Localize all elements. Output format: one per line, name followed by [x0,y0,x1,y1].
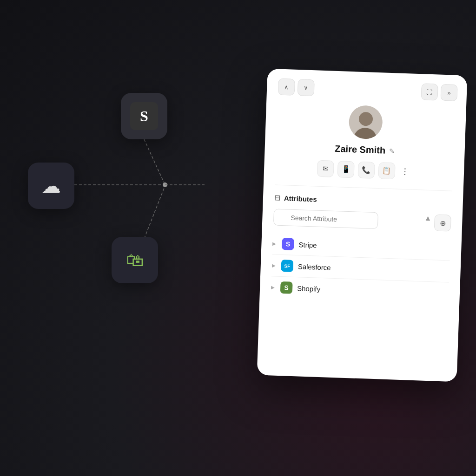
user-name: Zaire Smith [335,143,386,156]
action-buttons: ✉ 📱 📞 📋 ⋮ [317,160,411,180]
collapse-arrow-icon: ▲ [424,214,431,223]
search-row: 🔍 ▲ ⊕ [273,209,451,231]
search-wrapper: 🔍 ▲ [273,209,431,231]
shopify-label: Shopify [297,284,321,293]
add-attribute-button[interactable]: ⊕ [434,214,451,231]
stripe-letter: S [286,240,291,248]
phone-button[interactable]: 📞 [358,162,375,179]
email-icon: ✉ [322,164,329,173]
add-attribute-icon: ⊕ [439,218,446,227]
shopify-chevron-icon: ▶ [271,285,275,290]
avatar-body [353,127,377,139]
contact-card: ∧ ∨ ⛶ » Zaire Smith [257,69,468,382]
stripe-logo: S [282,238,294,250]
search-attribute-input[interactable] [273,209,378,229]
email-button[interactable]: ✉ [317,160,334,177]
integration-icons-area: S ☁ 🛍 [28,93,205,288]
device-button[interactable]: 📱 [337,161,355,178]
salesforce-logo: SF [281,260,293,272]
avatar [349,105,383,139]
card-top-actions: ⛶ » [421,83,457,101]
profile-section: Zaire Smith ✎ ✉ 📱 📞 📋 ⋮ [275,102,455,181]
integrations-list: ▶ S Stripe ▶ SF Salesforce ▶ S Shopify [271,233,450,304]
salesforce-chevron-icon: ▶ [272,263,276,268]
shopify-letter: S [284,284,289,291]
nav-up-button[interactable]: ∧ [278,78,295,96]
note-icon: 📋 [382,166,391,175]
shopify-logo: S [280,281,293,294]
forward-icon: » [447,89,451,96]
stripe-chevron-icon: ▶ [272,241,276,246]
phone-icon: 📞 [362,166,371,175]
shopify-icon: 🛍 [112,237,158,283]
nav-down-button[interactable]: ∨ [298,79,315,96]
salesforce-letter: SF [284,263,290,268]
chevron-up-icon: ∧ [284,83,289,90]
avatar-head [358,112,373,126]
stripe-label: Stripe [298,241,317,249]
cloud-icon: ☁ [41,175,61,197]
attributes-header: ⊟ Attributes [274,193,452,208]
svg-line-0 [144,139,165,185]
edit-icon[interactable]: ✎ [389,147,395,154]
squarespace-logo: S [130,102,158,130]
squarespace-icon: S [121,93,167,139]
note-button[interactable]: 📋 [378,162,396,179]
salesforce-icon: ☁ [28,163,74,209]
attributes-section-icon: ⊟ [274,193,281,202]
chevron-down-icon: ∨ [304,84,309,91]
squarespace-letter: S [140,108,148,125]
divider [275,184,452,191]
shopify-logo: 🛍 [126,250,144,270]
more-icon: ⋮ [401,167,410,176]
salesforce-label: Salesforce [298,262,331,271]
more-button[interactable]: ⋮ [399,166,411,177]
forward-button[interactable]: » [440,84,457,101]
device-icon: 📱 [341,165,350,174]
avatar-silhouette [353,111,377,139]
attributes-title: Attributes [284,194,317,203]
expand-icon: ⛶ [426,88,433,95]
user-name-row: Zaire Smith ✎ [335,143,395,156]
expand-button[interactable]: ⛶ [421,83,438,100]
